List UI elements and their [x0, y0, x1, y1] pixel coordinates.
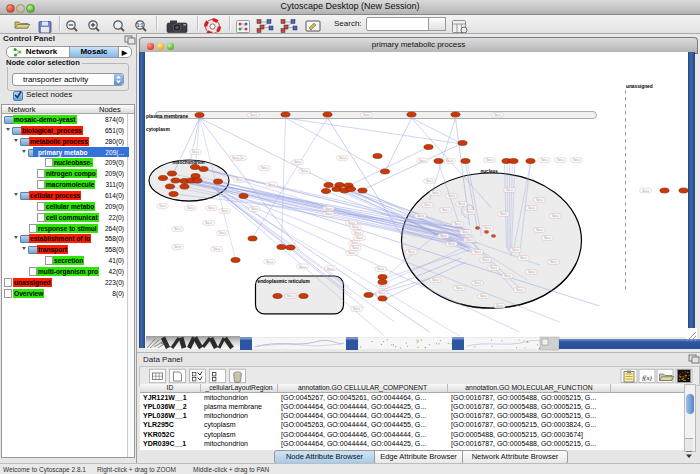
svg-text:Sxx-x: Sxx-x — [352, 246, 360, 250]
svg-text:Sxx-x: Sxx-x — [219, 231, 227, 235]
svg-text:Sxx-x: Sxx-x — [536, 198, 544, 202]
svg-text:Sxx-x: Sxx-x — [159, 204, 167, 208]
svg-text:Sxx-x: Sxx-x — [348, 251, 356, 255]
svg-text:1:1: 1:1 — [137, 23, 144, 28]
svg-text:Sxx-x: Sxx-x — [504, 274, 512, 278]
svg-text:Sxx-x: Sxx-x — [351, 241, 359, 245]
svg-text:Sxx-x: Sxx-x — [490, 266, 498, 270]
svg-text:Sxx-x: Sxx-x — [466, 210, 474, 214]
svg-text:Sxx-x: Sxx-x — [494, 113, 502, 117]
svg-text:Sxx-x: Sxx-x — [363, 113, 371, 117]
svg-text:Sxx-x: Sxx-x — [482, 258, 490, 262]
svg-text:mitochondrion: mitochondrion — [173, 160, 205, 165]
svg-text:Sxx-x: Sxx-x — [462, 230, 470, 234]
svg-text:Sxx-x: Sxx-x — [456, 286, 464, 290]
svg-text:Sxx-x: Sxx-x — [174, 245, 182, 249]
svg-text:Sxx-x: Sxx-x — [520, 256, 528, 260]
svg-text:Sxx-x: Sxx-x — [213, 247, 221, 251]
svg-text:Sxx-x: Sxx-x — [353, 307, 361, 311]
svg-text:Sxx-x: Sxx-x — [299, 265, 307, 269]
svg-text:Sxx-x: Sxx-x — [356, 236, 364, 240]
svg-text:Sxx-x: Sxx-x — [232, 156, 240, 160]
svg-text:Sxx-x: Sxx-x — [474, 250, 482, 254]
svg-text:Sxx-x: Sxx-x — [528, 206, 536, 210]
svg-text:Sxx-x: Sxx-x — [500, 212, 508, 216]
svg-text:Sxx-x: Sxx-x — [512, 248, 520, 252]
svg-text:Sxx-x: Sxx-x — [454, 222, 462, 226]
svg-text:Sxx-x: Sxx-x — [432, 278, 440, 282]
svg-text:Sxx-x: Sxx-x — [536, 228, 544, 232]
svg-text:plasma membrane: plasma membrane — [146, 114, 188, 119]
svg-text:Sxx-x: Sxx-x — [192, 150, 200, 154]
svg-text:Sxx-x: Sxx-x — [354, 231, 362, 235]
svg-text:Sxx-x: Sxx-x — [187, 206, 195, 210]
svg-text:Sxx-x: Sxx-x — [528, 270, 536, 274]
svg-text:Sxx-x: Sxx-x — [236, 178, 244, 182]
svg-text:Sxx-x: Sxx-x — [205, 221, 213, 225]
svg-text:Sxx-x: Sxx-x — [268, 183, 276, 187]
svg-text:Sxx-x: Sxx-x — [379, 284, 387, 288]
svg-text:Sxx-x: Sxx-x — [550, 260, 558, 264]
svg-text:Sxx-x: Sxx-x — [294, 160, 302, 164]
svg-text:Sxx-x: Sxx-x — [417, 214, 425, 218]
svg-text:Sxx-x: Sxx-x — [378, 291, 386, 295]
svg-text:Sxx-x: Sxx-x — [474, 281, 482, 285]
svg-text:Sxx-x: Sxx-x — [458, 202, 466, 206]
svg-text:Sxx-x: Sxx-x — [448, 242, 456, 246]
svg-text:Sxx-x: Sxx-x — [541, 158, 549, 162]
svg-text:Sxx-x: Sxx-x — [642, 189, 650, 193]
svg-text:Sxx-x: Sxx-x — [266, 260, 274, 264]
svg-text:Sxx-x: Sxx-x — [480, 294, 488, 298]
svg-text:Sxx-x: Sxx-x — [301, 169, 309, 173]
svg-text:Sxx-x: Sxx-x — [426, 179, 434, 183]
svg-text:Sxx-x: Sxx-x — [544, 236, 552, 240]
svg-text:Sxx-x: Sxx-x — [221, 209, 229, 213]
svg-text:Sxx-x: Sxx-x — [573, 158, 581, 162]
svg-text:Sxx-x: Sxx-x — [506, 188, 514, 192]
svg-text:Sxx-x: Sxx-x — [251, 207, 259, 211]
svg-text:Sxx-x: Sxx-x — [377, 267, 385, 271]
svg-text:Sxx-x: Sxx-x — [325, 207, 333, 211]
svg-text:Sxx-x: Sxx-x — [208, 206, 216, 210]
svg-text:Sxx-x: Sxx-x — [552, 214, 560, 218]
svg-text:Sxx-x: Sxx-x — [440, 234, 448, 238]
svg-text:Sxx-x: Sxx-x — [325, 212, 333, 216]
svg-text:Sxx-x: Sxx-x — [432, 191, 440, 195]
svg-text:endoplasmic reticulum: endoplasmic reticulum — [258, 279, 310, 284]
svg-text:Sxx-x: Sxx-x — [250, 113, 258, 117]
svg-text:Sxx-x: Sxx-x — [348, 221, 356, 225]
svg-text:Sxx-x: Sxx-x — [174, 227, 182, 231]
svg-text:Sxx-x: Sxx-x — [516, 288, 524, 292]
svg-text:Sxx-x: Sxx-x — [446, 159, 454, 163]
svg-text:Sxx-x: Sxx-x — [496, 304, 504, 308]
svg-text:Sxx-x: Sxx-x — [448, 194, 456, 198]
svg-text:Sxx-x: Sxx-x — [484, 226, 492, 230]
svg-text:Sxx-x: Sxx-x — [466, 238, 474, 242]
svg-text:Sxx-x: Sxx-x — [419, 159, 427, 163]
svg-text:Sxx-x: Sxx-x — [486, 158, 494, 162]
svg-text:Sxx-x: Sxx-x — [261, 166, 269, 170]
svg-text:unassigned: unassigned — [626, 84, 653, 89]
svg-text:Sxx-x: Sxx-x — [557, 158, 565, 162]
svg-text:Sxx-x: Sxx-x — [442, 208, 450, 212]
svg-text:Sxx-x: Sxx-x — [424, 203, 432, 207]
svg-text:cytoplasm: cytoplasm — [146, 127, 170, 132]
svg-text:Sxx-x: Sxx-x — [352, 225, 360, 229]
svg-text:Sxx-x: Sxx-x — [287, 294, 295, 298]
svg-text:Sxx-x: Sxx-x — [327, 267, 335, 271]
svg-text:nucleus: nucleus — [481, 169, 499, 174]
svg-text:f(x): f(x) — [642, 374, 652, 382]
svg-text:Sxx-x: Sxx-x — [339, 156, 347, 160]
svg-text:Sxx-x: Sxx-x — [408, 250, 416, 254]
